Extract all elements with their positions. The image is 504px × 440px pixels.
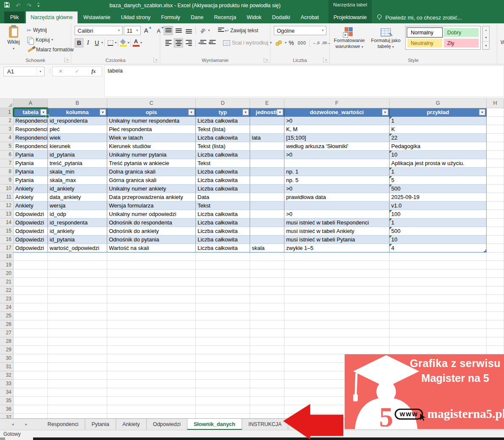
cell-F14[interactable]: musi istnieć w tabeli Respondenci	[284, 219, 390, 227]
filter-button[interactable]: ▼	[100, 109, 106, 115]
cell-E27[interactable]	[250, 329, 284, 337]
cell-F20[interactable]	[284, 269, 390, 278]
cell-D3[interactable]: Tekst (lista)	[196, 125, 250, 134]
cell-C31[interactable]	[107, 363, 196, 371]
cell-B29[interactable]	[48, 346, 107, 354]
cell-F11[interactable]: prawidłowa data	[284, 193, 390, 202]
cell-E22[interactable]	[250, 286, 284, 295]
font-name-combobox[interactable]: Calibri ▾	[75, 26, 123, 35]
cell-A24[interactable]	[14, 303, 48, 312]
align-bottom-button[interactable]	[184, 26, 193, 35]
cell-H24[interactable]	[487, 303, 504, 312]
row-header-12[interactable]: 12	[0, 202, 14, 210]
cell-D21[interactable]	[196, 278, 250, 286]
cell-A7[interactable]: Pytania	[14, 159, 48, 168]
cell-C9[interactable]: Górna granica skali	[107, 176, 196, 185]
cell-E7[interactable]	[250, 159, 284, 168]
format-painter-button[interactable]: Malarz formatów	[25, 45, 75, 54]
increase-font-size-button[interactable]: A▲	[142, 27, 153, 34]
cell-G8[interactable]: 1	[390, 168, 487, 176]
cell-B7[interactable]: treść_pytania	[48, 159, 107, 168]
percent-style-button[interactable]: %	[287, 38, 295, 48]
cell-G6[interactable]: 10	[390, 151, 487, 159]
ribbon-tab-projektowanie[interactable]: Projektowanie	[329, 11, 372, 23]
cell-B20[interactable]	[48, 269, 107, 278]
cell-B10[interactable]: id_ankiety	[48, 185, 107, 193]
cell-D14[interactable]: Liczba całkowita	[196, 219, 250, 227]
cell-B23[interactable]	[48, 295, 107, 303]
cell-C8[interactable]: Dolna granica skali	[107, 168, 196, 176]
cell-F21[interactable]	[284, 278, 390, 286]
filter-button[interactable]: ▼	[188, 109, 195, 115]
cell-D31[interactable]	[196, 363, 250, 371]
cell-H16[interactable]	[487, 235, 504, 244]
row-header-22[interactable]: 22	[0, 286, 14, 295]
ribbon-tab-widok[interactable]: Widok	[242, 11, 266, 23]
tell-me[interactable]: Powiedz mi, co chcesz zrobić...	[376, 11, 462, 23]
cell-E24[interactable]	[250, 303, 284, 312]
cell-F8[interactable]: np. 1	[284, 168, 390, 176]
row-header-20[interactable]: 20	[0, 269, 14, 278]
cell-C37[interactable]	[107, 414, 196, 418]
table-header-tabela[interactable]: tabela▼	[14, 108, 48, 117]
cell-E10[interactable]	[250, 185, 284, 193]
enter-button[interactable]: ✓	[69, 67, 86, 76]
row-header-5[interactable]: 5	[0, 142, 14, 151]
cell-G27[interactable]	[390, 329, 487, 337]
cell-E29[interactable]	[250, 346, 284, 354]
cell-G11[interactable]: 2025-09-19	[390, 193, 487, 202]
cell-A11[interactable]: Ankiety	[14, 193, 48, 202]
cell-H26[interactable]	[487, 320, 504, 329]
cell-B32[interactable]	[48, 371, 107, 380]
cell-E9[interactable]	[250, 176, 284, 185]
cell-H1[interactable]	[487, 108, 504, 117]
cell-style-zły[interactable]: Zły	[444, 39, 479, 48]
cell-B9[interactable]: skala_max	[48, 176, 107, 185]
customize-quick-access-button[interactable]: ▾	[37, 3, 39, 8]
cell-A28[interactable]	[14, 337, 48, 346]
cell-C36[interactable]	[107, 405, 196, 414]
cell-H20[interactable]	[487, 269, 504, 278]
cell-B21[interactable]	[48, 278, 107, 286]
filter-button[interactable]: ▼	[382, 109, 388, 115]
cell-F4[interactable]: [15;100]	[284, 134, 390, 142]
table-header-typ[interactable]: typ▼	[196, 108, 250, 117]
table-header-opis[interactable]: opis▼	[107, 108, 196, 117]
cell-E2[interactable]	[250, 117, 284, 125]
cell-F22[interactable]	[284, 286, 390, 295]
cell-A3[interactable]: Respondenci	[14, 125, 48, 134]
cell-G10[interactable]: 500	[390, 185, 487, 193]
cell-C5[interactable]: Kierunek studiów	[107, 142, 196, 151]
table-header-dozwolone-wartości[interactable]: dozwolone_wartości▼	[284, 108, 390, 117]
cell-B34[interactable]	[48, 388, 107, 397]
redo-button[interactable]: ↷	[27, 2, 32, 9]
row-header-10[interactable]: 10	[0, 185, 14, 193]
cell-H23[interactable]	[487, 295, 504, 303]
cell-F25[interactable]	[284, 312, 390, 320]
cell-E12[interactable]	[250, 202, 284, 210]
cell-style-dobry[interactable]: Dobry	[444, 28, 479, 37]
row-header-26[interactable]: 26	[0, 320, 14, 329]
row-header-25[interactable]: 25	[0, 312, 14, 320]
row-header-23[interactable]: 23	[0, 295, 14, 303]
cell-B14[interactable]: id_respondenta	[48, 219, 107, 227]
cell-B5[interactable]: kierunek	[48, 142, 107, 151]
bold-button[interactable]: B	[75, 38, 84, 48]
cell-G18[interactable]	[390, 252, 487, 261]
sheet-tab-ankiety[interactable]: Ankiety	[116, 419, 147, 430]
cell-E30[interactable]	[250, 354, 284, 363]
number-format-dropdown-icon[interactable]: ▾	[320, 28, 326, 33]
clipboard-dialog-launcher[interactable]: ↘	[64, 57, 70, 62]
undo-button[interactable]: ↶	[16, 2, 21, 9]
cell-A19[interactable]	[14, 261, 48, 269]
cell-G3[interactable]: K	[390, 125, 487, 134]
row-header-3[interactable]: 3	[0, 125, 14, 134]
cell-A17[interactable]: Odpowiedzi	[14, 244, 48, 252]
cell-G25[interactable]	[390, 312, 487, 320]
ribbon-tab-plik[interactable]: Plik	[4, 11, 25, 23]
cell-H5[interactable]	[487, 142, 504, 151]
row-header-34[interactable]: 34	[0, 388, 14, 397]
cell-B12[interactable]: wersja	[48, 202, 107, 210]
cell-H12[interactable]	[487, 202, 504, 210]
sheet-nav-left-icon[interactable]: ◂	[8, 419, 18, 430]
